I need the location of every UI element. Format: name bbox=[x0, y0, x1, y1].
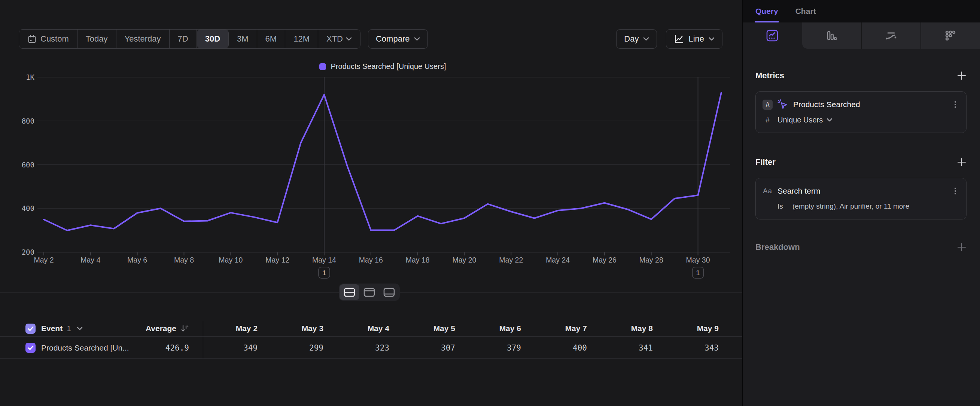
inactive-tabs-group bbox=[802, 22, 980, 49]
metric-card[interactable]: A Products Searched # Unique Users bbox=[756, 91, 967, 133]
date-range-xtd[interactable]: XTD bbox=[318, 30, 360, 48]
series-line[interactable] bbox=[44, 92, 721, 230]
calendar-icon bbox=[27, 35, 37, 44]
apps-grid-icon bbox=[944, 29, 957, 42]
tab-chart[interactable]: Chart bbox=[795, 0, 816, 22]
filter-condition-row[interactable]: Is (empty string), Air purifier, or 11 m… bbox=[762, 200, 960, 213]
date-column-header[interactable]: May 4 bbox=[335, 324, 401, 333]
table-column-divider bbox=[203, 321, 203, 359]
x-axis-tick-label: May 12 bbox=[266, 256, 290, 264]
add-filter-button[interactable] bbox=[957, 157, 967, 167]
x-axis-tick-label: May 10 bbox=[219, 256, 243, 264]
date-range-custom[interactable]: Custom bbox=[19, 30, 78, 48]
date-range-segmented-control: CustomTodayYesterday7D30D3M6M12MXTD bbox=[19, 29, 361, 49]
date-column-header[interactable]: May 9 bbox=[664, 324, 730, 333]
date-range-label: 12M bbox=[293, 34, 310, 44]
metric-menu-button[interactable] bbox=[950, 100, 960, 109]
date-header-cells: May 2May 3May 4May 5May 6May 7May 8May 9 bbox=[203, 324, 730, 333]
x-axis-tick-label: May 2 bbox=[34, 256, 54, 264]
date-range-30d[interactable]: 30D bbox=[197, 30, 229, 48]
select-all-checkbox[interactable] bbox=[25, 323, 35, 334]
table-row[interactable]: Products Searched [Un... 426.9 349299323… bbox=[0, 337, 742, 359]
main-area: CustomTodayYesterday7D30D3M6M12MXTD Comp… bbox=[0, 0, 742, 406]
compare-button[interactable]: Compare bbox=[368, 29, 428, 49]
date-range-label: Yesterday bbox=[125, 34, 161, 44]
x-axis-tick-label: May 18 bbox=[406, 256, 430, 264]
date-range-toolbar: CustomTodayYesterday7D30D3M6M12MXTD Comp… bbox=[19, 29, 428, 49]
filter-operator: Is bbox=[778, 202, 788, 210]
annotation-badge[interactable]: 1 bbox=[692, 267, 704, 278]
event-header-cell: Event 1 bbox=[25, 323, 83, 334]
filter-card[interactable]: Aa Search term Is (empty string), Air pu… bbox=[756, 178, 967, 220]
add-breakdown-button[interactable] bbox=[957, 242, 967, 252]
add-metric-button[interactable] bbox=[957, 71, 967, 81]
date-column-header[interactable]: May 3 bbox=[269, 324, 335, 333]
chevron-down-icon bbox=[643, 37, 649, 41]
date-range-label: 7D bbox=[178, 34, 188, 44]
annotation-badge[interactable]: 1 bbox=[318, 267, 330, 278]
average-column-label: Average bbox=[146, 324, 176, 333]
date-range-6m[interactable]: 6M bbox=[257, 30, 286, 48]
tab-query[interactable]: Query bbox=[756, 0, 778, 22]
tab-funnels[interactable] bbox=[802, 22, 861, 49]
metrics-title: Metrics bbox=[756, 71, 784, 81]
breakdown-title: Breakdown bbox=[756, 242, 800, 252]
date-range-yesterday[interactable]: Yesterday bbox=[116, 30, 170, 48]
date-cell-value: 341 bbox=[598, 344, 664, 352]
kebab-menu-icon bbox=[951, 100, 959, 108]
y-axis-tick-label: 200 bbox=[22, 248, 35, 256]
line-chart[interactable]: 2004006008001KMay 2May 4May 6May 8May 10… bbox=[0, 56, 742, 294]
date-cell-value: 343 bbox=[664, 344, 730, 352]
date-column-header[interactable]: May 2 bbox=[203, 324, 269, 333]
date-range-7d[interactable]: 7D bbox=[170, 30, 197, 48]
chevron-down-icon[interactable] bbox=[77, 326, 83, 330]
layout-split-view-button[interactable] bbox=[339, 284, 360, 300]
chevron-down-icon bbox=[346, 37, 352, 41]
toolbar: CustomTodayYesterday7D30D3M6M12MXTD Comp… bbox=[19, 29, 722, 49]
svg-text:1: 1 bbox=[696, 269, 700, 277]
date-column-header[interactable]: May 7 bbox=[532, 324, 598, 333]
filter-section-header: Filter bbox=[756, 156, 967, 168]
date-column-header[interactable]: May 8 bbox=[598, 324, 664, 333]
date-range-12m[interactable]: 12M bbox=[285, 30, 318, 48]
chart-tab-label: Chart bbox=[795, 7, 816, 16]
granularity-label: Day bbox=[624, 34, 639, 44]
panel-tab-bar: Query Chart bbox=[743, 0, 980, 22]
granularity-dropdown[interactable]: Day bbox=[616, 29, 657, 49]
y-axis-tick-label: 400 bbox=[22, 204, 35, 212]
layout-table-only-button[interactable] bbox=[379, 284, 399, 300]
chevron-down-icon bbox=[414, 37, 420, 41]
date-cell-value: 323 bbox=[335, 344, 401, 352]
plus-icon bbox=[957, 71, 967, 81]
filter-menu-button[interactable] bbox=[950, 186, 960, 196]
date-cell-value: 379 bbox=[466, 344, 532, 352]
chart-type-dropdown[interactable]: Line bbox=[666, 29, 722, 49]
check-icon bbox=[28, 345, 34, 350]
date-range-label: Today bbox=[86, 34, 108, 44]
chart-controls: Day Line bbox=[616, 29, 722, 49]
metrics-section-header: Metrics bbox=[756, 70, 967, 82]
x-axis-tick-label: May 24 bbox=[546, 256, 570, 264]
date-column-header[interactable]: May 6 bbox=[466, 324, 532, 333]
date-range-label: 30D bbox=[205, 34, 220, 44]
average-header-cell[interactable]: Average bbox=[112, 324, 189, 333]
date-column-header[interactable]: May 5 bbox=[401, 324, 466, 333]
plus-icon bbox=[957, 242, 967, 252]
svg-text:1: 1 bbox=[322, 269, 326, 277]
y-axis-tick-label: 600 bbox=[22, 161, 35, 169]
date-range-3m[interactable]: 3M bbox=[229, 30, 257, 48]
compare-label: Compare bbox=[376, 34, 409, 44]
tab-flows[interactable] bbox=[861, 22, 921, 49]
date-range-today[interactable]: Today bbox=[78, 30, 116, 48]
tab-apps[interactable] bbox=[921, 22, 980, 49]
kebab-menu-icon bbox=[951, 187, 959, 195]
text-property-icon: Aa bbox=[762, 187, 773, 195]
event-click-icon bbox=[777, 99, 788, 110]
plus-icon bbox=[957, 157, 967, 167]
layout-chart-only-button[interactable] bbox=[360, 284, 379, 300]
metric-aggregation-row[interactable]: # Unique Users bbox=[762, 113, 960, 126]
chevron-down-icon bbox=[827, 118, 832, 122]
row-checkbox[interactable] bbox=[25, 343, 35, 353]
date-range-label: XTD bbox=[326, 34, 343, 44]
tab-insights[interactable] bbox=[743, 22, 802, 49]
